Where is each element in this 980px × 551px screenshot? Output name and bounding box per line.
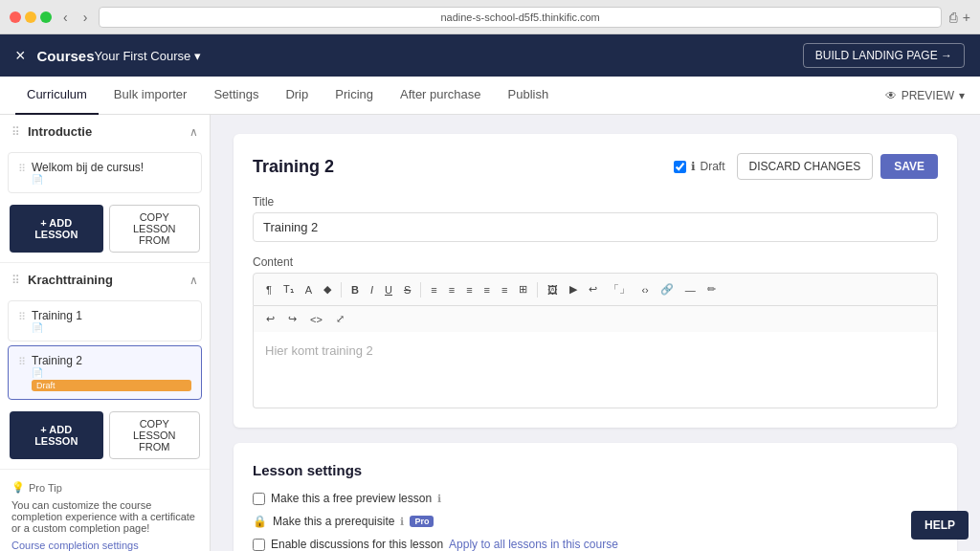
toolbar-list-btn[interactable]: ≡ (497, 281, 512, 298)
toolbar-t1-btn[interactable]: T₁ (278, 280, 299, 298)
draft-checkbox[interactable] (674, 161, 686, 173)
lesson-editor: Training 2 ℹ Draft DISCARD CHANGES SAVE … (234, 134, 957, 428)
preview-btn[interactable]: 👁 PREVIEW ▾ (885, 89, 965, 102)
chevron-up-krachttraining-icon: ∧ (189, 274, 198, 287)
nav-tabs: Curriculum Bulk importer Settings Drip P… (0, 77, 980, 115)
help-btn[interactable]: HELP (911, 511, 969, 540)
toolbar-undo2-btn[interactable]: ↩ (261, 310, 279, 328)
course-dropdown[interactable]: Your First Course ▾ (95, 49, 803, 63)
section-title-krachttraining: Krachttraining (28, 273, 189, 287)
editor-toolbar-row2: ↩ ↪ <> ⤢ (253, 306, 938, 332)
lesson-settings-card: Lesson settings Make this a free preview… (234, 443, 957, 551)
title-label: Title (253, 195, 938, 209)
lesson-title-training2: Training 2 (32, 354, 191, 367)
add-lesson-krachttraining-btn[interactable]: + ADD LESSON (10, 411, 103, 459)
courses-heading: Courses (37, 48, 95, 64)
minimize-window-btn[interactable] (25, 11, 36, 23)
toolbar-sep-3 (537, 282, 538, 298)
toolbar-link-btn[interactable]: 🔗 (656, 280, 679, 298)
toolbar-hr-btn[interactable]: — (680, 281, 701, 298)
discussions-checkbox[interactable] (253, 539, 265, 551)
drag-handle-krachttraining-icon: ⠿ (11, 274, 20, 287)
pro-tip: 💡 Pro Tip You can customize the course c… (0, 470, 210, 551)
preview-label: PREVIEW (902, 89, 954, 102)
course-name: Your First Course (95, 49, 191, 63)
maximize-window-btn[interactable] (40, 11, 52, 23)
toolbar-table-btn[interactable]: ⊞ (514, 280, 532, 298)
toolbar-code-btn[interactable]: ‹› (636, 281, 653, 298)
toolbar-color-btn[interactable]: ◆ (319, 280, 336, 298)
tab-pricing[interactable]: Pricing (323, 77, 385, 115)
new-tab-btn[interactable]: + (963, 10, 970, 25)
setting-prerequisite: 🔒 Make this a prerequisite ℹ Pro (253, 515, 938, 528)
free-preview-checkbox[interactable] (253, 493, 265, 505)
window-controls (10, 11, 52, 23)
tab-bulk-importer[interactable]: Bulk importer (102, 77, 199, 115)
info-icon: ℹ (691, 160, 696, 173)
lesson-item-welkom[interactable]: ⠿ Welkom bij de cursus! 📄 (8, 152, 202, 193)
setting-discussions: Enable discussions for this lesson Apply… (253, 538, 938, 551)
save-btn[interactable]: SAVE (880, 154, 938, 179)
toolbar-align-right-btn[interactable]: ≡ (461, 281, 477, 298)
tab-settings[interactable]: Settings (202, 77, 270, 115)
toolbar-expand-btn[interactable]: ⤢ (331, 310, 349, 328)
lesson-file-icon: 📄 (32, 174, 191, 185)
title-input[interactable] (253, 212, 938, 242)
tab-publish[interactable]: Publish (497, 77, 561, 115)
discard-changes-btn[interactable]: DISCARD CHANGES (737, 153, 874, 180)
lesson-content-welkom: Welkom bij de cursus! 📄 (32, 161, 191, 185)
krachttraining-actions: + ADD LESSON COPY LESSON FROM (0, 404, 210, 469)
toolbar-align-center-btn[interactable]: ≡ (444, 281, 459, 298)
toolbar-source-btn[interactable]: <> (305, 310, 327, 328)
lightbulb-icon: 💡 (11, 481, 25, 494)
forward-btn[interactable]: › (79, 8, 92, 27)
toolbar-redo-btn[interactable]: ↪ (283, 310, 301, 328)
close-window-btn[interactable] (10, 11, 21, 23)
course-completion-link[interactable]: Course completion settings (11, 540, 198, 551)
section-title-introductie: Introductie (28, 124, 189, 139)
tab-curriculum[interactable]: Curriculum (15, 77, 99, 115)
close-courses-btn[interactable]: × (15, 46, 26, 66)
lesson-item-training2[interactable]: ⠿ Training 2 📄 Draft (8, 345, 202, 400)
toolbar-sep-1 (341, 282, 342, 298)
discussions-apply-link[interactable]: Apply to all lessons in this course (449, 538, 618, 551)
toolbar-underline-btn[interactable]: U (380, 281, 397, 298)
lesson-drag-training2-icon: ⠿ (18, 356, 26, 368)
toolbar-undo-btn[interactable]: ↩ (584, 280, 602, 298)
build-landing-btn[interactable]: BUILD LANDING PAGE → (803, 43, 965, 68)
lesson-item-training1[interactable]: ⠿ Training 1 📄 (8, 300, 202, 342)
free-preview-info-icon: ℹ (437, 493, 441, 505)
address-bar[interactable]: nadine-s-school-d5f5.thinkific.com (99, 7, 941, 28)
prerequisite-info-icon: ℹ (400, 516, 404, 528)
main-layout: ⠿ Introductie ∧ ⠿ Welkom bij de cursus! … (0, 115, 980, 551)
section-header-krachttraining[interactable]: ⠿ Krachttraining ∧ (0, 263, 210, 297)
toolbar-quote-btn[interactable]: 「」 (604, 279, 635, 299)
content-label: Content (253, 255, 938, 269)
toolbar-font-btn[interactable]: A (301, 281, 317, 298)
add-lesson-introductie-btn[interactable]: + ADD LESSON (10, 205, 103, 253)
pro-tip-title: Pro Tip (29, 482, 62, 494)
content-area: Training 2 ℹ Draft DISCARD CHANGES SAVE … (211, 115, 980, 551)
copy-lesson-krachttraining-btn[interactable]: COPY LESSON FROM (109, 411, 201, 459)
toolbar-bold-btn[interactable]: B (346, 281, 364, 298)
editor-title: Training 2 (253, 157, 674, 177)
tab-after-purchase[interactable]: After purchase (389, 77, 493, 115)
toolbar-italic-btn[interactable]: I (366, 281, 378, 298)
toolbar-indent-btn[interactable]: ≡ (479, 281, 495, 298)
toolbar-align-left-btn[interactable]: ≡ (426, 281, 441, 298)
toolbar-pen-btn[interactable]: ✏ (702, 280, 721, 298)
free-preview-label: Make this a free preview lesson (271, 492, 432, 505)
section-header-introductie[interactable]: ⠿ Introductie ∧ (0, 115, 210, 148)
discussions-label: Enable discussions for this lesson (271, 538, 443, 551)
toolbar-image-btn[interactable]: 🖼 (543, 281, 563, 298)
back-btn[interactable]: ‹ (59, 8, 72, 27)
editor-body[interactable]: Hier komt training 2 (253, 332, 938, 408)
toolbar-strikethrough-btn[interactable]: S (399, 281, 415, 298)
setting-free-preview: Make this a free preview lesson ℹ (253, 492, 938, 505)
copy-lesson-introductie-btn[interactable]: COPY LESSON FROM (109, 205, 201, 253)
share-btn[interactable]: ⎙ (949, 10, 957, 25)
toolbar-video-btn[interactable]: ▶ (565, 280, 582, 298)
toolbar-paragraph-btn[interactable]: ¶ (261, 281, 277, 298)
tab-drip[interactable]: Drip (274, 77, 320, 115)
settings-title: Lesson settings (253, 462, 938, 478)
